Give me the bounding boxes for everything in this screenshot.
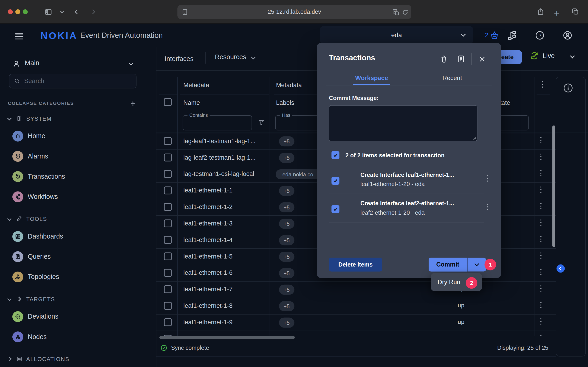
- row-actions-kebab-icon[interactable]: [540, 302, 542, 308]
- close-icon[interactable]: [478, 56, 486, 65]
- row-checkbox[interactable]: [164, 318, 172, 326]
- column-labels[interactable]: Labels: [276, 99, 294, 106]
- live-toggle[interactable]: Live: [529, 51, 574, 60]
- transaction-item[interactable]: Create Interface leaf2-ethernet-1... lea…: [331, 200, 489, 223]
- name-filter[interactable]: Contains: [183, 115, 252, 130]
- dry-run-menu-item[interactable]: Dry Run: [438, 278, 460, 286]
- commit-button[interactable]: Commit: [429, 258, 467, 271]
- labels-chip[interactable]: +5: [279, 235, 294, 245]
- tab-workspace[interactable]: Workspace: [342, 75, 401, 82]
- search-box[interactable]: [9, 74, 137, 89]
- summary-doc-icon[interactable]: [457, 55, 466, 65]
- reload-icon[interactable]: [402, 9, 409, 16]
- commit-options-button[interactable]: [467, 258, 486, 271]
- translate-icon[interactable]: Ax: [392, 8, 400, 16]
- sidebar-item-nodes[interactable]: Nodes: [0, 327, 156, 347]
- row-checkbox[interactable]: [164, 153, 172, 161]
- row-actions-kebab-icon[interactable]: [540, 153, 542, 160]
- table-row[interactable]: leaf1-ethernet-1-7+5up: [156, 281, 556, 298]
- column-settings-kebab-icon[interactable]: [542, 81, 543, 88]
- labels-chip[interactable]: +5: [279, 153, 294, 163]
- labels-chip[interactable]: +5: [279, 202, 294, 212]
- labels-chip[interactable]: +5: [279, 219, 294, 229]
- sidebar-category-allocations[interactable]: ALLOCATIONS: [0, 351, 156, 366]
- row-actions-kebab-icon[interactable]: [540, 236, 542, 242]
- row-actions-kebab-icon[interactable]: [540, 186, 542, 193]
- labels-chip[interactable]: +5: [279, 317, 294, 327]
- table-row[interactable]: leaf1-ethernet-1-9+5up: [156, 314, 556, 331]
- table-row[interactable]: up: [156, 331, 556, 336]
- sidebar-category-system[interactable]: SYSTEM: [0, 111, 156, 126]
- search-input[interactable]: [24, 77, 132, 85]
- row-checkbox[interactable]: [164, 236, 172, 244]
- textarea-resize-grip[interactable]: [471, 135, 477, 140]
- forward-icon[interactable]: [90, 9, 95, 14]
- select-all-items-checkbox[interactable]: [331, 151, 339, 159]
- menu-icon[interactable]: [15, 32, 23, 41]
- sidebar-item-topologies[interactable]: Topologies: [0, 267, 156, 287]
- collapse-categories[interactable]: COLLAPSE CATEGORIES: [0, 98, 156, 109]
- sidebar-item-queries[interactable]: Queries: [0, 246, 156, 267]
- filter-funnel-icon[interactable]: [258, 119, 265, 126]
- item-kebab-icon[interactable]: [487, 204, 488, 210]
- resources-dropdown[interactable]: Resources: [215, 53, 255, 61]
- sidebar-category-targets[interactable]: TARGETS: [0, 291, 156, 306]
- sidebar-category-tools[interactable]: TOOLS: [0, 211, 156, 226]
- table-row[interactable]: leaf1-ethernet-1-8+5up: [156, 298, 556, 314]
- row-checkbox[interactable]: [164, 269, 172, 277]
- sidebar-item-deviations[interactable]: Deviations: [0, 307, 156, 327]
- row-actions-kebab-icon[interactable]: [540, 219, 542, 226]
- row-actions-kebab-icon[interactable]: [540, 269, 542, 275]
- row-checkbox[interactable]: [164, 170, 172, 178]
- zoom-window-button[interactable]: [23, 9, 28, 14]
- commit-message-input[interactable]: [329, 105, 477, 141]
- row-actions-kebab-icon[interactable]: [540, 203, 542, 209]
- transaction-item[interactable]: Create Interface leaf1-ethernet-1... lea…: [331, 172, 489, 194]
- column-name[interactable]: Name: [183, 99, 200, 106]
- row-actions-kebab-icon[interactable]: [540, 335, 542, 336]
- tab-overview-icon[interactable]: [571, 8, 579, 16]
- delete-items-button[interactable]: Delete items: [329, 258, 382, 271]
- sidebar-item-workflows[interactable]: Workflows: [0, 186, 156, 207]
- row-checkbox[interactable]: [164, 285, 172, 293]
- labels-chip[interactable]: +5: [279, 285, 294, 295]
- info-icon[interactable]: [563, 83, 573, 93]
- select-all-checkbox[interactable]: [164, 98, 172, 106]
- labels-chip[interactable]: +5: [279, 252, 294, 262]
- transaction-basket-button[interactable]: 2: [485, 30, 499, 40]
- close-window-button[interactable]: [8, 9, 13, 14]
- labels-chip[interactable]: +5: [279, 186, 294, 196]
- help-icon[interactable]: ?: [535, 30, 545, 42]
- horizontal-scrollbar[interactable]: [159, 336, 295, 339]
- row-checkbox[interactable]: [164, 302, 172, 310]
- tab-recent[interactable]: Recent: [422, 75, 482, 82]
- address-bar[interactable]: 25-12.rd.lab.eda.dev Ax: [177, 5, 411, 19]
- row-checkbox[interactable]: [164, 203, 172, 211]
- sidebar-item-dashboards[interactable]: Dashboards: [0, 226, 156, 246]
- row-checkbox[interactable]: [164, 252, 172, 260]
- row-checkbox[interactable]: [164, 186, 172, 194]
- labels-chip[interactable]: +5: [279, 268, 294, 278]
- labels-chip[interactable]: +5: [279, 136, 294, 146]
- row-actions-kebab-icon[interactable]: [540, 170, 542, 176]
- row-actions-kebab-icon[interactable]: [540, 137, 542, 144]
- sidebar-item-alarms[interactable]: Alarms: [0, 146, 156, 166]
- row-actions-kebab-icon[interactable]: [540, 285, 542, 292]
- minimize-window-button[interactable]: [15, 9, 20, 14]
- sidebar-chevron-icon[interactable]: [60, 10, 64, 13]
- item-kebab-icon[interactable]: [487, 175, 488, 182]
- vertical-scrollbar[interactable]: [552, 125, 555, 247]
- sidebar-profile[interactable]: Main: [0, 56, 156, 72]
- tab-interfaces[interactable]: Interfaces: [160, 53, 198, 65]
- row-checkbox[interactable]: [164, 137, 172, 145]
- back-icon[interactable]: [75, 9, 79, 14]
- sidebar-item-transactions[interactable]: Transactions: [0, 166, 156, 186]
- row-actions-kebab-icon[interactable]: [540, 252, 542, 259]
- profile-icon[interactable]: [562, 30, 573, 42]
- labels-chip[interactable]: +5: [279, 301, 294, 311]
- row-actions-kebab-icon[interactable]: [540, 318, 542, 325]
- item-checkbox[interactable]: [331, 205, 339, 213]
- rail-collapse-handle[interactable]: [556, 265, 565, 273]
- item-checkbox[interactable]: [331, 177, 339, 185]
- new-tab-icon[interactable]: +: [554, 8, 560, 19]
